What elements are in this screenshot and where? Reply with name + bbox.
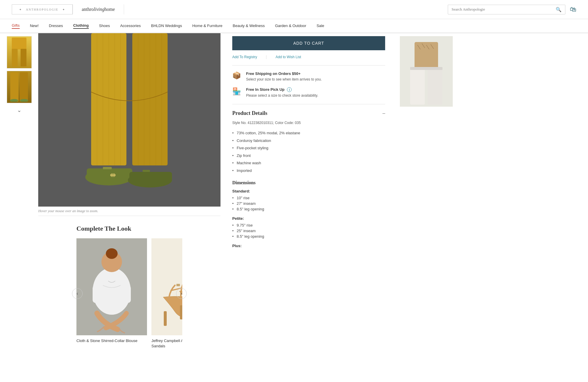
svg-rect-2	[21, 49, 26, 66]
svg-rect-67	[410, 67, 442, 70]
thumbnail-rail: ⌄	[0, 33, 38, 358]
header: ✦ ANTHROPOLOGIE ✦ anthrolivinghome 🔍 🛍	[0, 0, 588, 19]
look-nav-next[interactable]: ›	[176, 288, 187, 299]
main-content: ⌄	[0, 33, 588, 358]
related-image-panel	[397, 33, 456, 358]
thumbnail-2[interactable]	[7, 71, 32, 103]
svg-rect-34	[151, 238, 182, 335]
shipping-text: Free Shipping on Orders $50+ Select your…	[246, 71, 322, 82]
dimensions-plus: Plus:	[232, 244, 385, 248]
detail-item-imported: Imported	[232, 167, 385, 175]
add-to-cart-button[interactable]: Add to Cart	[232, 36, 385, 50]
complete-look-title: Complete The Look	[76, 225, 182, 232]
dimensions-standard-label: Standard:	[232, 189, 385, 193]
thumbnail-1[interactable]	[7, 36, 32, 68]
detail-item: 73% cotton, 25% modal, 2% elastane	[232, 129, 385, 137]
dim-item: 25" inseam	[232, 228, 385, 234]
dimensions-section: Dimensions Standard: 10" rise 27" inseam…	[232, 180, 385, 248]
free-shipping-row: 📦 Free Shipping on Orders $50+ Select yo…	[232, 71, 385, 82]
nav-bar: Gifts New! Dresses Clothing Shoes Access…	[0, 19, 588, 33]
look-nav-prev[interactable]: ‹	[72, 288, 83, 299]
add-to-wishlist-button[interactable]: Add to Wish List	[275, 55, 301, 59]
store-pickup-icon: 🏪	[232, 87, 242, 96]
collapse-icon[interactable]: –	[382, 110, 385, 116]
svg-rect-25	[143, 170, 150, 172]
dim-item: 27" inseam	[232, 201, 385, 206]
nav-item-home[interactable]: Home & Furniture	[192, 24, 223, 29]
thumbnail-chevron-down[interactable]: ⌄	[17, 107, 21, 113]
detail-item: Five-pocket styling	[232, 144, 385, 152]
dim-item: 8.5" leg opening	[232, 206, 385, 212]
cart-icon[interactable]: 🛍	[570, 6, 576, 13]
product-details-section: Product Details – Style No. 412238201031…	[232, 104, 385, 248]
dimensions-petite-label: Petite:	[232, 216, 385, 221]
detail-item: Corduroy fabrication	[232, 137, 385, 145]
nav-item-shoes[interactable]: Shoes	[99, 24, 110, 29]
nav-item-garden[interactable]: Garden & Outdoor	[275, 24, 306, 29]
product-details-title: Product Details	[232, 110, 267, 116]
add-action-buttons: Add To Registry | Add to Wish List	[232, 55, 385, 59]
search-bar[interactable]: 🔍	[448, 5, 565, 14]
nav-item-accessories[interactable]: Accessories	[120, 24, 141, 29]
look-item-blouse-name: Cloth & Stone Shirred-Collar Blouse	[76, 338, 147, 344]
product-image-canvas	[38, 33, 220, 207]
detail-item: Machine wash	[232, 159, 385, 167]
search-input[interactable]	[452, 7, 556, 12]
svg-rect-32	[93, 285, 99, 303]
look-items: Cloth & Stone Shirred-Collar Blouse	[76, 238, 182, 349]
dimensions-title: Dimensions	[232, 180, 385, 185]
look-item-sandals-img	[151, 238, 182, 335]
nav-item-dresses[interactable]: Dresses	[49, 24, 63, 29]
dim-item: 8.5" leg opening	[232, 234, 385, 239]
svg-rect-33	[124, 285, 131, 303]
free-shipping-desc: Select your size to see when item arrive…	[246, 77, 322, 82]
nav-item-sale[interactable]: Sale	[317, 24, 324, 29]
dimensions-petite: Petite: 9.75" rise 25" inseam 8.5" leg o…	[232, 216, 385, 239]
free-shipping-title: Free Shipping on Orders $50+	[246, 71, 322, 76]
pickup-row: 🏪 Free In Store Pick Up i Please select …	[232, 87, 385, 98]
product-illustration	[38, 33, 220, 207]
anthropologie-logo[interactable]: ✦ ANTHROPOLOGIE ✦	[12, 4, 73, 14]
add-to-registry-button[interactable]: Add To Registry	[232, 55, 257, 59]
svg-rect-66	[428, 68, 442, 105]
look-item-blouse[interactable]: Cloth & Stone Shirred-Collar Blouse	[76, 238, 147, 349]
nav-item-beauty[interactable]: Beauty & Wellness	[233, 24, 265, 29]
dimensions-standard: Standard: 10" rise 27" inseam 8.5" leg o…	[232, 189, 385, 212]
svg-rect-22	[103, 167, 112, 169]
header-icons: 🔍 🛍	[448, 5, 576, 14]
nav-item-new[interactable]: New!	[30, 24, 39, 29]
shipping-truck-icon: 📦	[232, 71, 242, 80]
look-items-container: ‹	[76, 238, 182, 349]
svg-point-31	[106, 248, 118, 259]
svg-rect-65	[410, 68, 425, 105]
dim-item: 10" rise	[232, 195, 385, 201]
svg-rect-24	[129, 172, 172, 181]
svg-rect-21	[87, 168, 132, 179]
svg-rect-37	[180, 305, 182, 319]
pickup-desc: Please select a size to check store avai…	[246, 93, 318, 98]
look-item-sandals-name: Jeffrey Campbell Ankle Strap Heeled Sand…	[151, 338, 182, 349]
svg-rect-0	[12, 38, 26, 49]
pickup-text: Free In Store Pick Up i Please select a …	[246, 87, 318, 98]
complete-look-section: Complete The Look ‹	[38, 216, 220, 358]
pickup-info-icon[interactable]: i	[287, 87, 292, 92]
dim-item: 9.75" rise	[232, 222, 385, 228]
zoom-hint: Hover your mouse over an image to zoom.	[38, 207, 220, 216]
product-image-main: Hover your mouse over an image to zoom. …	[38, 33, 220, 358]
look-item-blouse-img	[76, 238, 147, 335]
nav-item-bhldn[interactable]: BHLDN Weddings	[151, 24, 182, 29]
dimensions-plus-label: Plus:	[232, 244, 385, 248]
pickup-title: Free In Store Pick Up i	[246, 87, 318, 92]
anthro-living-logo[interactable]: anthrolivinghome	[73, 4, 124, 14]
nav-item-clothing[interactable]: Clothing	[73, 23, 89, 29]
search-icon[interactable]: 🔍	[556, 7, 562, 12]
nav-item-gifts[interactable]: Gifts	[12, 23, 20, 29]
details-list: 73% cotton, 25% modal, 2% elastane Cordu…	[232, 129, 385, 174]
detail-item-zip-front: Zip front	[232, 152, 385, 160]
style-number: Style No. 4122382010311; Color Code: 035	[232, 121, 385, 125]
related-product-image[interactable]	[400, 36, 453, 107]
svg-rect-36	[176, 284, 180, 286]
shipping-section: 📦 Free Shipping on Orders $50+ Select yo…	[232, 65, 385, 98]
right-panel: Add to Cart Add To Registry | Add to Wis…	[220, 33, 397, 358]
svg-rect-3	[10, 72, 19, 102]
